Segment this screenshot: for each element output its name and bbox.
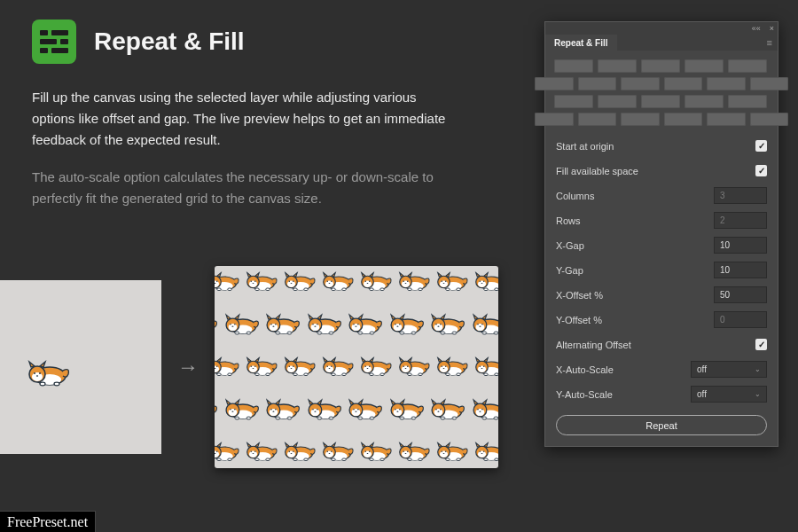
row-x-gap: X-Gap xyxy=(556,236,767,254)
preview-brick xyxy=(578,113,617,126)
repeat-fill-panel: «« × Repeat & Fill ≡ Start at origin ✓ F… xyxy=(544,21,778,447)
app-logo-icon xyxy=(32,20,76,64)
checkbox-fill-available-space[interactable]: ✓ xyxy=(755,165,767,176)
shiba-icon xyxy=(346,385,384,424)
preview-brick xyxy=(750,77,789,90)
shiba-icon xyxy=(244,427,278,466)
shiba-icon xyxy=(434,266,469,296)
preview-brick xyxy=(707,113,746,126)
preview-brick xyxy=(641,95,680,108)
panel-titlebar: «« × xyxy=(545,22,778,35)
row-y-offset: Y-Offset % xyxy=(556,310,767,329)
panel-form: Start at origin ✓ Fill available space ✓… xyxy=(545,131,778,446)
select-y-auto-scale-value: off xyxy=(697,389,707,399)
preview-brick xyxy=(685,95,724,108)
row-start-at-origin: Start at origin ✓ xyxy=(556,137,767,155)
preview-brick xyxy=(598,95,637,108)
chevron-down-icon: ⌄ xyxy=(755,365,761,373)
shiba-icon xyxy=(320,342,355,381)
row-rows: Rows xyxy=(556,211,767,230)
pattern-row xyxy=(215,342,498,381)
checkbox-start-at-origin[interactable]: ✓ xyxy=(755,140,767,152)
input-rows[interactable] xyxy=(714,212,767,229)
shiba-icon xyxy=(428,385,466,424)
input-y-gap[interactable] xyxy=(714,262,767,278)
shiba-icon xyxy=(473,427,498,466)
select-y-auto-scale[interactable]: off ⌄ xyxy=(691,386,767,403)
shiba-icon xyxy=(263,300,301,339)
label-x-auto-scale: X-Auto-Scale xyxy=(556,364,614,375)
preview-row xyxy=(554,59,769,73)
label-rows: Rows xyxy=(556,215,581,226)
input-x-gap[interactable] xyxy=(714,237,767,254)
shiba-icon xyxy=(305,300,343,339)
repeat-button[interactable]: Repeat xyxy=(556,415,767,435)
panel-collapse-icon[interactable]: «« xyxy=(752,24,761,33)
preview-brick xyxy=(664,77,703,90)
preview-brick xyxy=(641,59,680,73)
preview-brick xyxy=(578,77,617,90)
shiba-icon xyxy=(244,342,278,381)
preview-brick xyxy=(535,77,574,90)
preview-brick xyxy=(664,113,703,126)
page-title: Repeat & Fill xyxy=(94,27,245,56)
preview-brick xyxy=(554,59,593,73)
shiba-icon xyxy=(346,300,384,339)
panel-tab[interactable]: Repeat & Fill xyxy=(545,35,617,51)
shiba-icon xyxy=(215,266,240,296)
shiba-icon xyxy=(215,385,219,424)
arrow-right-icon: → xyxy=(177,355,199,379)
shiba-icon xyxy=(282,266,317,296)
description-block: Fill up the canvas using the selected la… xyxy=(0,76,479,209)
shiba-icon xyxy=(470,385,499,424)
pattern-row xyxy=(215,300,498,339)
row-x-offset: X-Offset % xyxy=(556,286,767,304)
shiba-icon xyxy=(282,342,317,381)
preview-brick xyxy=(707,77,746,90)
label-start-at-origin: Start at origin xyxy=(556,141,614,152)
shiba-icon xyxy=(387,385,426,424)
shiba-icon xyxy=(396,266,431,296)
label-x-gap: X-Gap xyxy=(556,240,584,251)
input-columns[interactable] xyxy=(714,187,767,204)
shiba-icon xyxy=(387,300,426,339)
shiba-icon xyxy=(223,300,261,339)
pattern-row xyxy=(215,266,498,296)
pattern-row xyxy=(215,427,498,466)
input-x-offset[interactable] xyxy=(714,286,767,303)
label-y-gap: Y-Gap xyxy=(556,265,583,276)
shiba-icon xyxy=(215,342,240,381)
shiba-icon xyxy=(263,385,301,424)
preview-brick xyxy=(728,95,767,108)
row-fill-available-space: Fill available space ✓ xyxy=(556,161,767,180)
panel-tab-header: Repeat & Fill ≡ xyxy=(545,35,778,51)
pattern-row xyxy=(215,385,498,424)
chevron-down-icon: ⌄ xyxy=(755,390,761,398)
pattern-preview xyxy=(545,51,778,131)
illustration: → xyxy=(0,266,498,468)
shiba-icon xyxy=(320,266,355,296)
shiba-icon xyxy=(470,300,499,339)
canvas-after xyxy=(215,266,498,468)
shiba-icon xyxy=(473,266,498,296)
shiba-icon xyxy=(305,385,343,424)
panel-menu-icon[interactable]: ≡ xyxy=(762,37,778,48)
panel-close-icon[interactable]: × xyxy=(770,24,774,33)
preview-row xyxy=(533,77,790,90)
row-x-auto-scale: X-Auto-Scale off ⌄ xyxy=(556,360,767,379)
label-y-auto-scale: Y-Auto-Scale xyxy=(556,389,613,400)
preview-brick xyxy=(554,95,593,108)
shiba-icon xyxy=(396,342,431,381)
row-columns: Columns xyxy=(556,186,767,205)
select-x-auto-scale-value: off xyxy=(697,364,707,374)
shiba-icon xyxy=(244,266,278,296)
preview-brick xyxy=(598,59,637,73)
pattern-grid xyxy=(215,266,498,468)
canvas-before xyxy=(0,280,161,454)
input-y-offset[interactable] xyxy=(714,311,767,328)
select-x-auto-scale[interactable]: off ⌄ xyxy=(691,361,767,378)
checkbox-alternating-offset[interactable]: ✓ xyxy=(755,339,767,350)
watermark: FreePreset.net xyxy=(0,511,96,532)
preview-brick xyxy=(750,113,789,126)
label-fill-available-space: Fill available space xyxy=(556,166,638,176)
